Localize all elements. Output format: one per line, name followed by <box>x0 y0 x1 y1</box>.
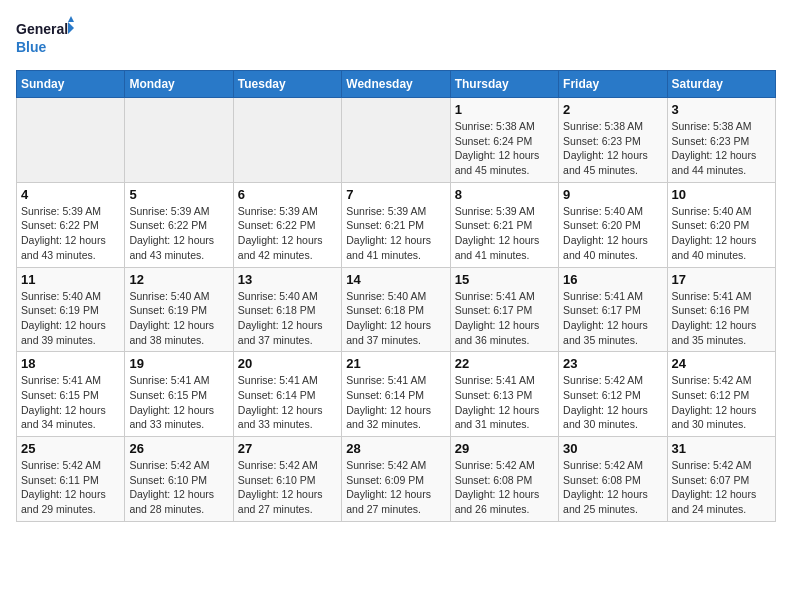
calendar-cell: 29Sunrise: 5:42 AMSunset: 6:08 PMDayligh… <box>450 437 558 522</box>
calendar-cell: 27Sunrise: 5:42 AMSunset: 6:10 PMDayligh… <box>233 437 341 522</box>
logo-svg: General Blue <box>16 16 76 60</box>
day-number: 3 <box>672 102 771 117</box>
day-number: 27 <box>238 441 337 456</box>
day-number: 21 <box>346 356 445 371</box>
day-number: 28 <box>346 441 445 456</box>
day-number: 1 <box>455 102 554 117</box>
calendar-week-row: 25Sunrise: 5:42 AMSunset: 6:11 PMDayligh… <box>17 437 776 522</box>
calendar-cell: 30Sunrise: 5:42 AMSunset: 6:08 PMDayligh… <box>559 437 667 522</box>
calendar-cell: 24Sunrise: 5:42 AMSunset: 6:12 PMDayligh… <box>667 352 775 437</box>
calendar-cell: 28Sunrise: 5:42 AMSunset: 6:09 PMDayligh… <box>342 437 450 522</box>
calendar-week-row: 11Sunrise: 5:40 AMSunset: 6:19 PMDayligh… <box>17 267 776 352</box>
calendar-week-row: 1Sunrise: 5:38 AMSunset: 6:24 PMDaylight… <box>17 98 776 183</box>
calendar-cell: 7Sunrise: 5:39 AMSunset: 6:21 PMDaylight… <box>342 182 450 267</box>
calendar-cell: 25Sunrise: 5:42 AMSunset: 6:11 PMDayligh… <box>17 437 125 522</box>
day-info: Sunrise: 5:42 AMSunset: 6:12 PMDaylight:… <box>672 373 771 432</box>
day-number: 12 <box>129 272 228 287</box>
day-info: Sunrise: 5:38 AMSunset: 6:23 PMDaylight:… <box>672 119 771 178</box>
day-number: 15 <box>455 272 554 287</box>
day-number: 18 <box>21 356 120 371</box>
calendar-cell: 5Sunrise: 5:39 AMSunset: 6:22 PMDaylight… <box>125 182 233 267</box>
calendar-cell: 21Sunrise: 5:41 AMSunset: 6:14 PMDayligh… <box>342 352 450 437</box>
day-number: 30 <box>563 441 662 456</box>
day-info: Sunrise: 5:40 AMSunset: 6:20 PMDaylight:… <box>672 204 771 263</box>
calendar-cell: 18Sunrise: 5:41 AMSunset: 6:15 PMDayligh… <box>17 352 125 437</box>
calendar-cell: 15Sunrise: 5:41 AMSunset: 6:17 PMDayligh… <box>450 267 558 352</box>
calendar-cell: 14Sunrise: 5:40 AMSunset: 6:18 PMDayligh… <box>342 267 450 352</box>
day-info: Sunrise: 5:41 AMSunset: 6:14 PMDaylight:… <box>346 373 445 432</box>
day-info: Sunrise: 5:42 AMSunset: 6:08 PMDaylight:… <box>455 458 554 517</box>
day-number: 7 <box>346 187 445 202</box>
calendar-cell: 17Sunrise: 5:41 AMSunset: 6:16 PMDayligh… <box>667 267 775 352</box>
day-number: 19 <box>129 356 228 371</box>
calendar-cell: 10Sunrise: 5:40 AMSunset: 6:20 PMDayligh… <box>667 182 775 267</box>
calendar-cell <box>125 98 233 183</box>
calendar-cell: 8Sunrise: 5:39 AMSunset: 6:21 PMDaylight… <box>450 182 558 267</box>
day-info: Sunrise: 5:42 AMSunset: 6:09 PMDaylight:… <box>346 458 445 517</box>
weekday-header-monday: Monday <box>125 71 233 98</box>
day-number: 13 <box>238 272 337 287</box>
day-number: 31 <box>672 441 771 456</box>
day-info: Sunrise: 5:39 AMSunset: 6:21 PMDaylight:… <box>346 204 445 263</box>
day-info: Sunrise: 5:41 AMSunset: 6:15 PMDaylight:… <box>129 373 228 432</box>
calendar-cell: 11Sunrise: 5:40 AMSunset: 6:19 PMDayligh… <box>17 267 125 352</box>
calendar-cell <box>233 98 341 183</box>
calendar-cell: 13Sunrise: 5:40 AMSunset: 6:18 PMDayligh… <box>233 267 341 352</box>
logo: General Blue <box>16 16 76 60</box>
day-number: 25 <box>21 441 120 456</box>
weekday-header-wednesday: Wednesday <box>342 71 450 98</box>
day-info: Sunrise: 5:39 AMSunset: 6:22 PMDaylight:… <box>21 204 120 263</box>
day-info: Sunrise: 5:42 AMSunset: 6:10 PMDaylight:… <box>238 458 337 517</box>
day-info: Sunrise: 5:41 AMSunset: 6:17 PMDaylight:… <box>455 289 554 348</box>
day-info: Sunrise: 5:42 AMSunset: 6:07 PMDaylight:… <box>672 458 771 517</box>
day-info: Sunrise: 5:39 AMSunset: 6:21 PMDaylight:… <box>455 204 554 263</box>
day-number: 5 <box>129 187 228 202</box>
svg-text:General: General <box>16 21 68 37</box>
day-info: Sunrise: 5:41 AMSunset: 6:13 PMDaylight:… <box>455 373 554 432</box>
calendar-cell: 31Sunrise: 5:42 AMSunset: 6:07 PMDayligh… <box>667 437 775 522</box>
day-info: Sunrise: 5:41 AMSunset: 6:15 PMDaylight:… <box>21 373 120 432</box>
day-info: Sunrise: 5:42 AMSunset: 6:11 PMDaylight:… <box>21 458 120 517</box>
calendar-cell: 2Sunrise: 5:38 AMSunset: 6:23 PMDaylight… <box>559 98 667 183</box>
day-info: Sunrise: 5:42 AMSunset: 6:10 PMDaylight:… <box>129 458 228 517</box>
day-info: Sunrise: 5:40 AMSunset: 6:18 PMDaylight:… <box>346 289 445 348</box>
weekday-header-row: SundayMondayTuesdayWednesdayThursdayFrid… <box>17 71 776 98</box>
calendar-cell: 22Sunrise: 5:41 AMSunset: 6:13 PMDayligh… <box>450 352 558 437</box>
day-number: 4 <box>21 187 120 202</box>
calendar-week-row: 18Sunrise: 5:41 AMSunset: 6:15 PMDayligh… <box>17 352 776 437</box>
calendar-cell: 4Sunrise: 5:39 AMSunset: 6:22 PMDaylight… <box>17 182 125 267</box>
day-info: Sunrise: 5:41 AMSunset: 6:17 PMDaylight:… <box>563 289 662 348</box>
calendar-cell: 3Sunrise: 5:38 AMSunset: 6:23 PMDaylight… <box>667 98 775 183</box>
day-number: 24 <box>672 356 771 371</box>
day-info: Sunrise: 5:40 AMSunset: 6:18 PMDaylight:… <box>238 289 337 348</box>
day-number: 14 <box>346 272 445 287</box>
day-info: Sunrise: 5:42 AMSunset: 6:12 PMDaylight:… <box>563 373 662 432</box>
calendar-cell: 9Sunrise: 5:40 AMSunset: 6:20 PMDaylight… <box>559 182 667 267</box>
day-number: 29 <box>455 441 554 456</box>
day-info: Sunrise: 5:40 AMSunset: 6:20 PMDaylight:… <box>563 204 662 263</box>
day-info: Sunrise: 5:40 AMSunset: 6:19 PMDaylight:… <box>129 289 228 348</box>
calendar-cell: 16Sunrise: 5:41 AMSunset: 6:17 PMDayligh… <box>559 267 667 352</box>
day-number: 26 <box>129 441 228 456</box>
calendar-week-row: 4Sunrise: 5:39 AMSunset: 6:22 PMDaylight… <box>17 182 776 267</box>
weekday-header-friday: Friday <box>559 71 667 98</box>
day-number: 23 <box>563 356 662 371</box>
day-number: 16 <box>563 272 662 287</box>
day-info: Sunrise: 5:39 AMSunset: 6:22 PMDaylight:… <box>129 204 228 263</box>
day-info: Sunrise: 5:41 AMSunset: 6:16 PMDaylight:… <box>672 289 771 348</box>
day-number: 6 <box>238 187 337 202</box>
calendar-cell: 6Sunrise: 5:39 AMSunset: 6:22 PMDaylight… <box>233 182 341 267</box>
day-number: 22 <box>455 356 554 371</box>
calendar-cell: 19Sunrise: 5:41 AMSunset: 6:15 PMDayligh… <box>125 352 233 437</box>
weekday-header-thursday: Thursday <box>450 71 558 98</box>
calendar-cell: 1Sunrise: 5:38 AMSunset: 6:24 PMDaylight… <box>450 98 558 183</box>
day-number: 2 <box>563 102 662 117</box>
calendar-cell: 26Sunrise: 5:42 AMSunset: 6:10 PMDayligh… <box>125 437 233 522</box>
weekday-header-sunday: Sunday <box>17 71 125 98</box>
day-number: 9 <box>563 187 662 202</box>
day-info: Sunrise: 5:40 AMSunset: 6:19 PMDaylight:… <box>21 289 120 348</box>
calendar-cell <box>342 98 450 183</box>
day-info: Sunrise: 5:39 AMSunset: 6:22 PMDaylight:… <box>238 204 337 263</box>
calendar-table: SundayMondayTuesdayWednesdayThursdayFrid… <box>16 70 776 522</box>
weekday-header-saturday: Saturday <box>667 71 775 98</box>
